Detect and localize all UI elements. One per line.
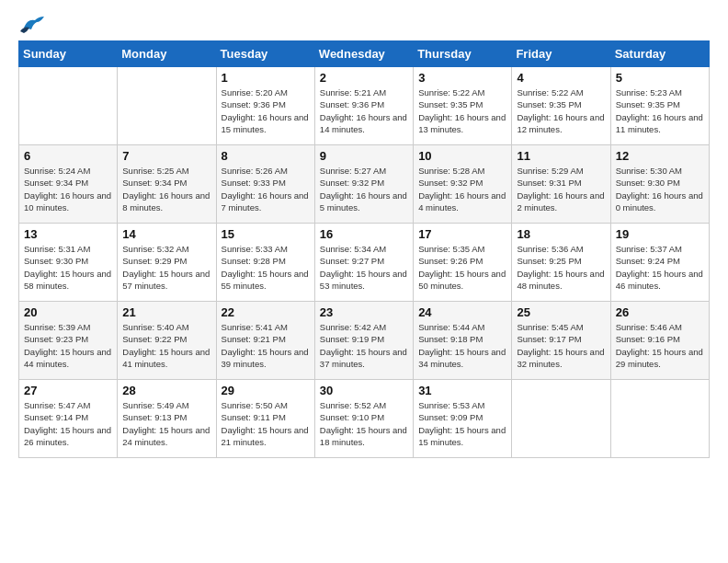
day-number: 7 (122, 149, 210, 163)
calendar-day-cell: 9Sunrise: 5:27 AM Sunset: 9:32 PM Daylig… (314, 145, 413, 224)
calendar-day-cell: 6Sunrise: 5:24 AM Sunset: 9:34 PM Daylig… (19, 145, 118, 224)
day-number: 20 (24, 305, 112, 319)
day-info: Sunrise: 5:41 AM Sunset: 9:21 PM Dayligh… (222, 321, 310, 370)
day-number: 10 (418, 149, 506, 163)
calendar-day-cell: 13Sunrise: 5:31 AM Sunset: 9:30 PM Dayli… (19, 224, 118, 302)
calendar-day-cell: 29Sunrise: 5:50 AM Sunset: 9:11 PM Dayli… (216, 380, 314, 458)
day-of-week-header: Friday (512, 41, 610, 67)
day-info: Sunrise: 5:37 AM Sunset: 9:24 PM Dayligh… (616, 243, 704, 292)
calendar-day-cell: 17Sunrise: 5:35 AM Sunset: 9:26 PM Dayli… (414, 224, 512, 302)
day-info: Sunrise: 5:47 AM Sunset: 9:14 PM Dayligh… (24, 399, 112, 448)
day-number: 25 (517, 305, 605, 319)
calendar-table: SundayMondayTuesdayWednesdayThursdayFrid… (18, 40, 710, 458)
calendar-day-cell: 12Sunrise: 5:30 AM Sunset: 9:30 PM Dayli… (610, 145, 709, 224)
day-info: Sunrise: 5:23 AM Sunset: 9:35 PM Dayligh… (616, 86, 704, 135)
calendar-day-cell: 1Sunrise: 5:20 AM Sunset: 9:36 PM Daylig… (216, 67, 314, 145)
page-header (18, 18, 710, 31)
logo (18, 18, 44, 31)
day-number: 11 (517, 149, 605, 163)
day-number: 28 (122, 384, 210, 397)
day-of-week-header: Wednesday (314, 41, 413, 67)
calendar-day-cell: 14Sunrise: 5:32 AM Sunset: 9:29 PM Dayli… (118, 224, 216, 302)
day-info: Sunrise: 5:34 AM Sunset: 9:27 PM Dayligh… (320, 243, 408, 292)
day-number: 9 (320, 149, 408, 163)
calendar-week-row: 27Sunrise: 5:47 AM Sunset: 9:14 PM Dayli… (19, 380, 710, 458)
day-number: 4 (517, 71, 605, 85)
day-info: Sunrise: 5:33 AM Sunset: 9:28 PM Dayligh… (222, 243, 310, 292)
day-number: 19 (616, 227, 704, 241)
day-info: Sunrise: 5:21 AM Sunset: 9:36 PM Dayligh… (320, 86, 408, 135)
day-of-week-header: Tuesday (216, 41, 314, 67)
calendar-day-cell: 31Sunrise: 5:53 AM Sunset: 9:09 PM Dayli… (414, 380, 512, 458)
day-info: Sunrise: 5:35 AM Sunset: 9:26 PM Dayligh… (418, 243, 506, 292)
calendar-week-row: 6Sunrise: 5:24 AM Sunset: 9:34 PM Daylig… (19, 145, 710, 224)
day-info: Sunrise: 5:52 AM Sunset: 9:10 PM Dayligh… (320, 399, 408, 448)
day-info: Sunrise: 5:45 AM Sunset: 9:17 PM Dayligh… (517, 321, 605, 370)
calendar-day-cell (512, 380, 610, 458)
calendar-day-cell: 15Sunrise: 5:33 AM Sunset: 9:28 PM Dayli… (216, 224, 314, 302)
day-of-week-header: Monday (118, 41, 216, 67)
day-info: Sunrise: 5:27 AM Sunset: 9:32 PM Dayligh… (320, 165, 408, 213)
day-number: 17 (418, 227, 506, 241)
calendar-week-row: 20Sunrise: 5:39 AM Sunset: 9:23 PM Dayli… (19, 302, 710, 380)
day-info: Sunrise: 5:39 AM Sunset: 9:23 PM Dayligh… (24, 321, 112, 370)
day-number: 18 (517, 227, 605, 241)
calendar-day-cell: 30Sunrise: 5:52 AM Sunset: 9:10 PM Dayli… (314, 380, 413, 458)
calendar-day-cell: 16Sunrise: 5:34 AM Sunset: 9:27 PM Dayli… (314, 224, 413, 302)
day-number: 31 (418, 384, 506, 397)
calendar-day-cell: 11Sunrise: 5:29 AM Sunset: 9:31 PM Dayli… (512, 145, 610, 224)
day-info: Sunrise: 5:36 AM Sunset: 9:25 PM Dayligh… (517, 243, 605, 292)
day-info: Sunrise: 5:22 AM Sunset: 9:35 PM Dayligh… (517, 86, 605, 135)
calendar-day-cell: 26Sunrise: 5:46 AM Sunset: 9:16 PM Dayli… (610, 302, 709, 380)
day-of-week-header: Saturday (610, 41, 709, 67)
calendar-day-cell: 4Sunrise: 5:22 AM Sunset: 9:35 PM Daylig… (512, 67, 610, 145)
day-number: 23 (320, 305, 408, 319)
day-number: 2 (320, 71, 408, 85)
day-info: Sunrise: 5:25 AM Sunset: 9:34 PM Dayligh… (122, 165, 210, 213)
calendar-day-cell: 2Sunrise: 5:21 AM Sunset: 9:36 PM Daylig… (314, 67, 413, 145)
day-number: 24 (418, 305, 506, 319)
day-number: 26 (616, 305, 704, 319)
day-number: 21 (122, 305, 210, 319)
calendar-day-cell: 5Sunrise: 5:23 AM Sunset: 9:35 PM Daylig… (610, 67, 709, 145)
calendar-day-cell: 8Sunrise: 5:26 AM Sunset: 9:33 PM Daylig… (216, 145, 314, 224)
day-info: Sunrise: 5:22 AM Sunset: 9:35 PM Dayligh… (418, 86, 506, 135)
logo-bird-icon (20, 15, 44, 35)
day-info: Sunrise: 5:26 AM Sunset: 9:33 PM Dayligh… (222, 165, 310, 213)
day-info: Sunrise: 5:49 AM Sunset: 9:13 PM Dayligh… (122, 399, 210, 448)
day-info: Sunrise: 5:29 AM Sunset: 9:31 PM Dayligh… (517, 165, 605, 213)
day-info: Sunrise: 5:24 AM Sunset: 9:34 PM Dayligh… (24, 165, 112, 213)
day-number: 12 (616, 149, 704, 163)
day-of-week-header: Thursday (414, 41, 512, 67)
calendar-day-cell (19, 67, 118, 145)
day-number: 6 (24, 149, 112, 163)
day-info: Sunrise: 5:42 AM Sunset: 9:19 PM Dayligh… (320, 321, 408, 370)
day-number: 8 (222, 149, 310, 163)
day-info: Sunrise: 5:53 AM Sunset: 9:09 PM Dayligh… (418, 399, 506, 448)
day-info: Sunrise: 5:31 AM Sunset: 9:30 PM Dayligh… (24, 243, 112, 292)
day-number: 13 (24, 227, 112, 241)
calendar-day-cell (118, 67, 216, 145)
calendar-day-cell: 24Sunrise: 5:44 AM Sunset: 9:18 PM Dayli… (414, 302, 512, 380)
day-number: 3 (418, 71, 506, 85)
calendar-day-cell: 20Sunrise: 5:39 AM Sunset: 9:23 PM Dayli… (19, 302, 118, 380)
day-info: Sunrise: 5:28 AM Sunset: 9:32 PM Dayligh… (418, 165, 506, 213)
calendar-day-cell: 19Sunrise: 5:37 AM Sunset: 9:24 PM Dayli… (610, 224, 709, 302)
calendar-day-cell: 25Sunrise: 5:45 AM Sunset: 9:17 PM Dayli… (512, 302, 610, 380)
day-info: Sunrise: 5:32 AM Sunset: 9:29 PM Dayligh… (122, 243, 210, 292)
day-number: 14 (122, 227, 210, 241)
day-info: Sunrise: 5:50 AM Sunset: 9:11 PM Dayligh… (222, 399, 310, 448)
calendar-week-row: 1Sunrise: 5:20 AM Sunset: 9:36 PM Daylig… (19, 67, 710, 145)
calendar-day-cell: 3Sunrise: 5:22 AM Sunset: 9:35 PM Daylig… (414, 67, 512, 145)
day-info: Sunrise: 5:20 AM Sunset: 9:36 PM Dayligh… (222, 86, 310, 135)
calendar-day-cell: 18Sunrise: 5:36 AM Sunset: 9:25 PM Dayli… (512, 224, 610, 302)
calendar-day-cell: 23Sunrise: 5:42 AM Sunset: 9:19 PM Dayli… (314, 302, 413, 380)
day-number: 22 (222, 305, 310, 319)
day-number: 15 (222, 227, 310, 241)
day-number: 5 (616, 71, 704, 85)
calendar-day-cell: 28Sunrise: 5:49 AM Sunset: 9:13 PM Dayli… (118, 380, 216, 458)
calendar-week-row: 13Sunrise: 5:31 AM Sunset: 9:30 PM Dayli… (19, 224, 710, 302)
day-info: Sunrise: 5:40 AM Sunset: 9:22 PM Dayligh… (122, 321, 210, 370)
day-number: 29 (222, 384, 310, 397)
day-of-week-header: Sunday (19, 41, 118, 67)
